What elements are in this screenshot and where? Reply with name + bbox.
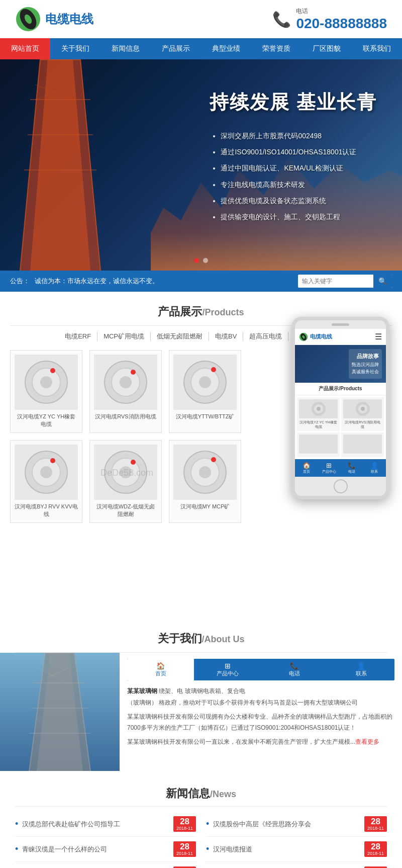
news-title-zh: 新闻信息 bbox=[166, 787, 210, 800]
about-more-link[interactable]: 查看更多 bbox=[355, 738, 379, 745]
product-grid: 汉河电缆YZ YC YH橡套电缆 汉河电缆RVS消防用电缆 汉河电缆YTTW/B… bbox=[10, 350, 241, 523]
product-tab-4[interactable]: 超高压电缆 bbox=[243, 332, 288, 341]
product-item-3[interactable]: 汉河电缆BYJ RVV KVV电线 bbox=[10, 440, 82, 523]
logo[interactable]: 电缆电线 bbox=[15, 6, 93, 32]
notice-text: 诚信为本：市场永远在变，诚信永远不变。 bbox=[35, 277, 293, 286]
news-title-0[interactable]: 汉缆总部代表赴临矿作公司指导工 bbox=[22, 820, 169, 829]
svg-point-36 bbox=[211, 457, 216, 462]
news-title-3[interactable]: 汉河电缆报道 bbox=[213, 845, 360, 854]
svg-point-20 bbox=[131, 370, 136, 375]
phone-product-0[interactable]: 汉河电缆YZ YC YH橡套电缆 bbox=[297, 397, 340, 431]
phone-nav-products[interactable]: ⊞产品中心 bbox=[318, 462, 340, 474]
phone-label: 电话 bbox=[296, 7, 387, 16]
product-img-4 bbox=[94, 445, 157, 500]
product-item-5[interactable]: 汉河电缆MY MCP矿 bbox=[169, 440, 241, 523]
about-text-2: （玻璃钢） 格政府，推动对于可以多个获得并有专利与马首是以一拥有大型玻璃钢公司 bbox=[127, 697, 394, 709]
nav-item-about[interactable]: 关于我们 bbox=[50, 38, 100, 59]
product-img-0 bbox=[15, 355, 78, 410]
product-item-1[interactable]: 汉河电缆RVS消防用电缆 bbox=[89, 350, 162, 433]
news-section: 新闻信息/News • 汉缆总部代表赴临矿作公司指导工 28 2018-11 •… bbox=[0, 771, 402, 868]
news-item-3: • 汉河电缆报道 28 2018-11 bbox=[206, 837, 387, 862]
banner-tower bbox=[0, 59, 121, 271]
news-title-2[interactable]: 青睐汉缆是一个什么样的公司 bbox=[22, 845, 169, 854]
svg-point-24 bbox=[211, 367, 216, 372]
nav-item-factory[interactable]: 厂区图貌 bbox=[301, 38, 352, 59]
about-title-en: /About Us bbox=[202, 634, 245, 644]
banner-dot-2[interactable] bbox=[203, 258, 208, 263]
news-divider bbox=[15, 806, 387, 807]
news-item-5: • 汉河电缆股份有限公司 28 2018-11 bbox=[206, 862, 387, 868]
svg-point-31 bbox=[120, 466, 132, 478]
phone-menu-icon[interactable]: ☰ bbox=[375, 332, 382, 341]
product-item-2[interactable]: 汉河电缆YTTW/BTTZ矿 bbox=[169, 350, 241, 433]
product-tab-1[interactable]: MCP矿用电缆 bbox=[97, 332, 151, 341]
banner-point-5: 提供优质电缆及设备状态监测系统 bbox=[221, 193, 377, 209]
product-tab-0[interactable]: 电缆ERF bbox=[59, 332, 97, 341]
product-img-2 bbox=[173, 355, 237, 410]
nav-item-cases[interactable]: 典型业绩 bbox=[201, 38, 251, 59]
banner-point-2: 通过ISO9001/ISO14001/OHSAS18001认证 bbox=[221, 144, 377, 160]
phone-banner: 品牌故事 甄选汉河品牌 真诚服务社会 bbox=[295, 345, 386, 383]
banner-point-3: 通过中国电能认证、KEMA/UL检测认证 bbox=[221, 160, 377, 176]
about-nav-phone[interactable]: 📞电话 bbox=[261, 659, 328, 680]
phone-nav-phone[interactable]: 📞电话 bbox=[341, 462, 363, 474]
svg-point-35 bbox=[199, 466, 211, 478]
about-title-zh: 关于我们 bbox=[158, 632, 202, 645]
phone-product-2[interactable] bbox=[297, 432, 340, 457]
phone-product-1[interactable]: 汉河电缆RVS消防用电缆 bbox=[341, 397, 384, 431]
phone-home-button[interactable] bbox=[334, 479, 348, 493]
about-nav-products[interactable]: ⊞产品中心 bbox=[194, 659, 261, 680]
svg-point-15 bbox=[40, 376, 52, 388]
nav-item-products[interactable]: 产品展示 bbox=[151, 38, 201, 59]
nav-item-contact[interactable]: 联系我们 bbox=[352, 38, 402, 59]
search-input[interactable] bbox=[298, 276, 373, 287]
notice-bar: 公告： 诚信为本：市场永远在变，诚信永远不变。 🔍 bbox=[0, 271, 402, 292]
product-item-0[interactable]: 汉河电缆YZ YC YH橡套电缆 bbox=[10, 350, 82, 433]
bullet-2: • bbox=[15, 844, 18, 854]
logo-text: 电缆电线 bbox=[45, 11, 93, 27]
phone-product-name-1: 汉河电缆RVS消防用电缆 bbox=[343, 420, 382, 429]
search-box: 🔍 bbox=[298, 275, 392, 288]
product-img-5 bbox=[173, 445, 237, 500]
notice-label: 公告： bbox=[10, 277, 30, 286]
about-text-3: 某某玻璃钢科技开发有限公司现拥有办公大楼和专业、品种齐全的玻璃钢样品大型跑厅，占… bbox=[127, 711, 394, 734]
phone-logo-text: 电缆电线 bbox=[310, 333, 332, 340]
phone-nav-home[interactable]: 🏠首页 bbox=[295, 462, 318, 474]
product-item-4[interactable]: 汉河电缆WDZ-低烟无卤阻燃耐 bbox=[89, 440, 162, 523]
phone-product-3[interactable] bbox=[341, 432, 384, 457]
about-text-area: 🏠首页 ⊞产品中心 📞电话 👤联系 某某玻璃钢 绕架、电 玻璃钢电表箱、复合电 … bbox=[120, 653, 402, 771]
phone-nav-contact[interactable]: 👤联系 bbox=[363, 462, 386, 474]
search-button[interactable]: 🔍 bbox=[373, 275, 392, 288]
nav-item-honor[interactable]: 荣誉资质 bbox=[251, 38, 301, 59]
phone-icon: 📞 bbox=[272, 11, 291, 28]
news-date-1: 28 2018-11 bbox=[364, 816, 387, 832]
banner-title: 持续发展 基业长青 bbox=[210, 90, 377, 115]
nav-item-news[interactable]: 新闻信息 bbox=[100, 38, 151, 59]
product-tab-3[interactable]: 电缆BV bbox=[209, 332, 243, 341]
about-image bbox=[0, 653, 120, 771]
svg-point-28 bbox=[50, 458, 55, 463]
banner-dots bbox=[194, 258, 208, 263]
banner-point-4: 专注电线电缆高新技术研发 bbox=[221, 177, 377, 193]
svg-point-19 bbox=[120, 376, 132, 388]
nav-item-home[interactable]: 网站首页 bbox=[0, 38, 50, 59]
banner-dot-1[interactable] bbox=[194, 258, 199, 263]
news-title-1[interactable]: 汉缆股份中高层《经营思路分享会 bbox=[213, 820, 360, 829]
product-tab-2[interactable]: 低烟无卤阻燃耐 bbox=[151, 332, 209, 341]
product-img-3 bbox=[15, 445, 78, 500]
bullet-0: • bbox=[15, 819, 18, 829]
svg-point-42 bbox=[317, 407, 321, 411]
phone-number[interactable]: 020-88888888 bbox=[296, 16, 387, 32]
about-nav-home[interactable]: 🏠首页 bbox=[127, 659, 194, 680]
phone-mockup: 电缆电线 ☰ 品牌故事 甄选汉河品牌 真诚服务社会 产品展示/Products bbox=[291, 317, 389, 499]
news-item-2: • 青睐汉缆是一个什么样的公司 28 2018-11 bbox=[15, 837, 196, 862]
banner-point-6: 提供输变电的设计、施工、交钥匙工程 bbox=[221, 209, 377, 225]
product-title-en: /Products bbox=[202, 307, 244, 317]
news-section-title: 新闻信息/News bbox=[15, 776, 387, 806]
phone-bottom-nav: 🏠首页 ⊞产品中心 📞电话 👤联系 bbox=[295, 459, 386, 477]
product-name-5: 汉河电缆MY MCP矿 bbox=[173, 503, 237, 510]
phone-products: 汉河电缆YZ YC YH橡套电缆 汉河电缆RVS消防用电缆 bbox=[295, 395, 386, 459]
news-item-1: • 汉缆股份中高层《经营思路分享会 28 2018-11 bbox=[206, 812, 387, 837]
product-name-4: 汉河电缆WDZ-低烟无卤阻燃耐 bbox=[94, 503, 157, 518]
about-nav-contact[interactable]: 👤联系 bbox=[328, 659, 394, 680]
